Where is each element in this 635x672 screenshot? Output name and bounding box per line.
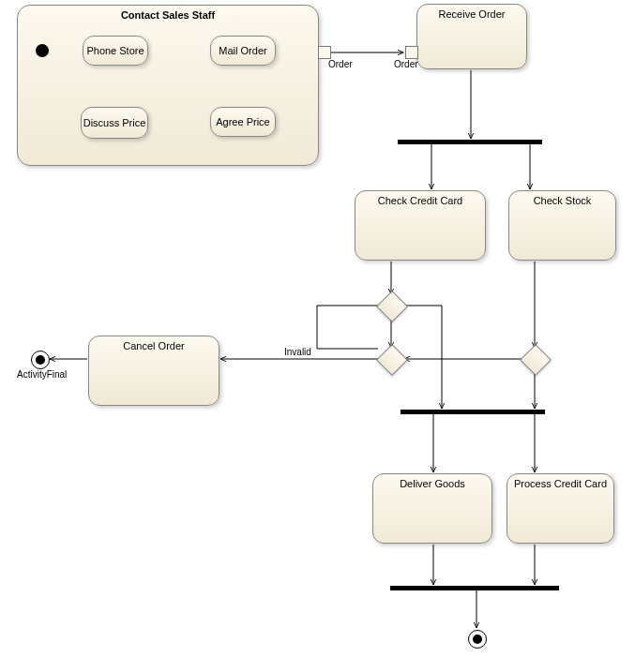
activity-discuss-price: Discuss Price: [81, 107, 148, 139]
activity-label: Receive Order: [439, 8, 506, 20]
activity-label: Deliver Goods: [400, 478, 465, 489]
activity-label: Discuss Price: [83, 117, 146, 128]
pin-label-mail-order-out: Order: [328, 59, 353, 69]
activity-final-bottom: [468, 630, 487, 649]
region-contact-sales-staff: Contact Sales Staff: [17, 5, 319, 166]
decision-stock: [520, 344, 552, 376]
edge-label-invalid: Invalid: [284, 347, 311, 357]
final-inner-dot: [473, 635, 482, 644]
activity-receive-order: Receive Order: [416, 4, 527, 69]
activity-label: Cancel Order: [123, 340, 184, 351]
join-bar-2: [401, 410, 545, 414]
join-bar-3: [390, 586, 559, 590]
activity-check-credit-card: Check Credit Card: [355, 190, 486, 261]
merge-credit: [376, 344, 408, 376]
fork-bar-1: [398, 140, 542, 144]
activity-agree-price: Agree Price: [210, 107, 276, 137]
initial-node: [36, 44, 49, 57]
diagram-canvas: Contact Sales Staff Phone Store Discuss …: [0, 0, 635, 672]
activity-label: Mail Order: [219, 45, 266, 56]
label-activity-final: ActivityFinal: [17, 369, 67, 380]
activity-deliver-goods: Deliver Goods: [372, 473, 492, 544]
activity-cancel-order: Cancel Order: [88, 336, 219, 406]
activity-label: Phone Store: [86, 45, 144, 56]
activity-final-left: [31, 351, 50, 369]
activity-label: Check Stock: [534, 195, 592, 206]
activity-label: Check Credit Card: [378, 195, 462, 206]
pin-label-receive-order-in: Order: [394, 59, 418, 69]
activity-label: Agree Price: [216, 116, 269, 127]
region-title: Contact Sales Staff: [18, 9, 318, 21]
pin-receive-order-in: [405, 46, 418, 59]
activity-check-stock: Check Stock: [508, 190, 616, 261]
activity-phone-store: Phone Store: [83, 36, 148, 66]
activity-label: Process Credit Card: [514, 478, 607, 489]
activity-process-credit-card: Process Credit Card: [506, 473, 614, 544]
decision-credit: [376, 291, 408, 322]
activity-mail-order: Mail Order: [210, 36, 276, 66]
pin-mail-order-out: [318, 46, 331, 59]
final-inner-dot: [36, 355, 45, 365]
